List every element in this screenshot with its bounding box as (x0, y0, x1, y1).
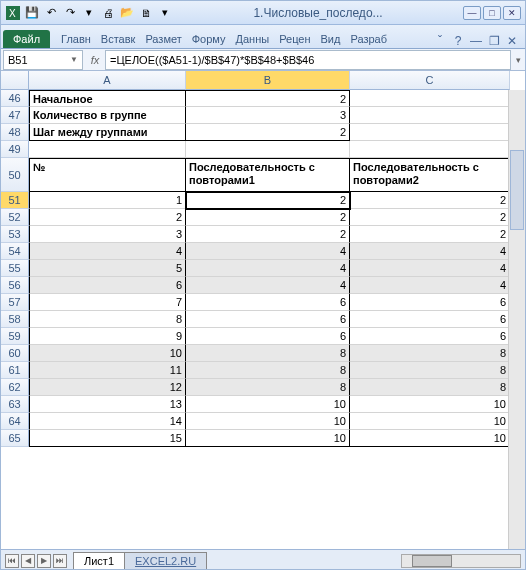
seq-value-2[interactable]: 4 (350, 243, 510, 260)
tab-nav-next[interactable]: ▶ (37, 554, 51, 568)
ribbon-tab[interactable]: Разраб (345, 30, 392, 48)
seq-value-2[interactable]: 10 (350, 396, 510, 413)
sheet-tab[interactable]: EXCEL2.RU (124, 552, 207, 569)
formula-input[interactable]: =ЦЕЛОЕ(($A51-1)/$B$47)*$B$48+$B$46 (105, 50, 511, 70)
seq-number[interactable]: 6 (29, 277, 186, 294)
scrollbar-thumb[interactable] (510, 150, 524, 230)
scrollbar-thumb[interactable] (412, 555, 452, 567)
seq-number[interactable]: 9 (29, 328, 186, 345)
row-header[interactable]: 49 (1, 141, 29, 158)
cell[interactable] (350, 141, 510, 158)
seq-number[interactable]: 1 (29, 192, 186, 209)
seq-number[interactable]: 11 (29, 362, 186, 379)
seq-value-1[interactable]: 6 (186, 328, 350, 345)
file-tab[interactable]: Файл (3, 30, 50, 48)
ribbon-minimize-icon[interactable]: ˇ (433, 34, 447, 48)
seq-number[interactable]: 8 (29, 311, 186, 328)
seq-value-1[interactable]: 6 (186, 294, 350, 311)
empty-cell[interactable] (350, 90, 510, 107)
row-header[interactable]: 64 (1, 413, 29, 430)
seq-number[interactable]: 10 (29, 345, 186, 362)
cell[interactable] (29, 141, 186, 158)
vertical-scrollbar[interactable] (508, 90, 525, 549)
seq-value-2[interactable]: 10 (350, 430, 510, 447)
maximize-button[interactable]: □ (483, 6, 501, 20)
row-header[interactable]: 56 (1, 277, 29, 294)
seq-value-1[interactable]: 4 (186, 277, 350, 294)
formula-expand-icon[interactable]: ▾ (511, 55, 525, 65)
seq-value-1[interactable]: 8 (186, 362, 350, 379)
seq-number[interactable]: 12 (29, 379, 186, 396)
seq-value-2[interactable]: 10 (350, 413, 510, 430)
seq-value-2[interactable]: 8 (350, 379, 510, 396)
close-button[interactable]: ✕ (503, 6, 521, 20)
seq-value-2[interactable]: 2 (350, 226, 510, 243)
seq-value-2[interactable]: 6 (350, 294, 510, 311)
undo-icon[interactable]: ↶ (43, 5, 59, 21)
help-icon[interactable]: ? (451, 34, 465, 48)
seq-number[interactable]: 3 (29, 226, 186, 243)
row-header[interactable]: 47 (1, 107, 29, 124)
ribbon-tab[interactable]: Размет (140, 30, 186, 48)
fx-button[interactable]: fx (85, 54, 105, 66)
doc-min-icon[interactable]: — (469, 34, 483, 48)
ribbon-tab[interactable]: Рецен (274, 30, 315, 48)
doc-restore-icon[interactable]: ❐ (487, 34, 501, 48)
seq-value-2[interactable]: 4 (350, 277, 510, 294)
empty-cell[interactable] (350, 124, 510, 141)
save-icon[interactable]: 💾 (24, 5, 40, 21)
table-header[interactable]: Последовательность с повторами2 (350, 158, 510, 192)
horizontal-scrollbar[interactable] (401, 554, 521, 568)
param-label[interactable]: Начальное (29, 90, 186, 107)
seq-value-1[interactable]: 10 (186, 396, 350, 413)
redo-icon[interactable]: ↷ (62, 5, 78, 21)
seq-value-1[interactable]: 4 (186, 243, 350, 260)
ribbon-tab[interactable]: Форму (187, 30, 231, 48)
row-header[interactable]: 53 (1, 226, 29, 243)
seq-value-2[interactable]: 2 (350, 209, 510, 226)
col-header-b[interactable]: B (186, 71, 350, 90)
seq-value-1[interactable]: 10 (186, 413, 350, 430)
seq-value-1[interactable]: 2 (186, 209, 350, 226)
minimize-button[interactable]: — (463, 6, 481, 20)
seq-number[interactable]: 7 (29, 294, 186, 311)
seq-value-1[interactable]: 2 (186, 226, 350, 243)
empty-cell[interactable] (350, 107, 510, 124)
row-header[interactable]: 65 (1, 430, 29, 447)
tab-nav-prev[interactable]: ◀ (21, 554, 35, 568)
param-label[interactable]: Количество в группе (29, 107, 186, 124)
seq-value-1[interactable]: 4 (186, 260, 350, 277)
doc-close-icon[interactable]: ✕ (505, 34, 519, 48)
param-value[interactable]: 2 (186, 90, 350, 107)
row-header[interactable]: 60 (1, 345, 29, 362)
param-label[interactable]: Шаг между группами (29, 124, 186, 141)
param-value[interactable]: 3 (186, 107, 350, 124)
row-header[interactable]: 48 (1, 124, 29, 141)
row-header[interactable]: 58 (1, 311, 29, 328)
param-value[interactable]: 2 (186, 124, 350, 141)
row-header[interactable]: 54 (1, 243, 29, 260)
row-header[interactable]: 62 (1, 379, 29, 396)
col-header-c[interactable]: C (350, 71, 510, 90)
seq-number[interactable]: 2 (29, 209, 186, 226)
row-header[interactable]: 51 (1, 192, 29, 209)
col-header-a[interactable]: A (29, 71, 186, 90)
name-box[interactable]: B51▼ (3, 50, 83, 70)
seq-value-2[interactable]: 6 (350, 328, 510, 345)
seq-number[interactable]: 14 (29, 413, 186, 430)
row-header[interactable]: 61 (1, 362, 29, 379)
row-header[interactable]: 59 (1, 328, 29, 345)
seq-number[interactable]: 4 (29, 243, 186, 260)
name-box-dropdown-icon[interactable]: ▼ (70, 55, 78, 64)
print-preview-icon[interactable]: 🖨 (100, 5, 116, 21)
seq-value-1[interactable]: 8 (186, 379, 350, 396)
ribbon-tab[interactable]: Вид (316, 30, 346, 48)
row-header[interactable]: 57 (1, 294, 29, 311)
ribbon-tab[interactable]: Вставк (96, 30, 141, 48)
tab-nav-first[interactable]: ⏮ (5, 554, 19, 568)
seq-value-1[interactable]: 2 (186, 192, 350, 209)
seq-value-2[interactable]: 6 (350, 311, 510, 328)
seq-value-2[interactable]: 4 (350, 260, 510, 277)
cell[interactable] (186, 141, 350, 158)
seq-value-1[interactable]: 8 (186, 345, 350, 362)
